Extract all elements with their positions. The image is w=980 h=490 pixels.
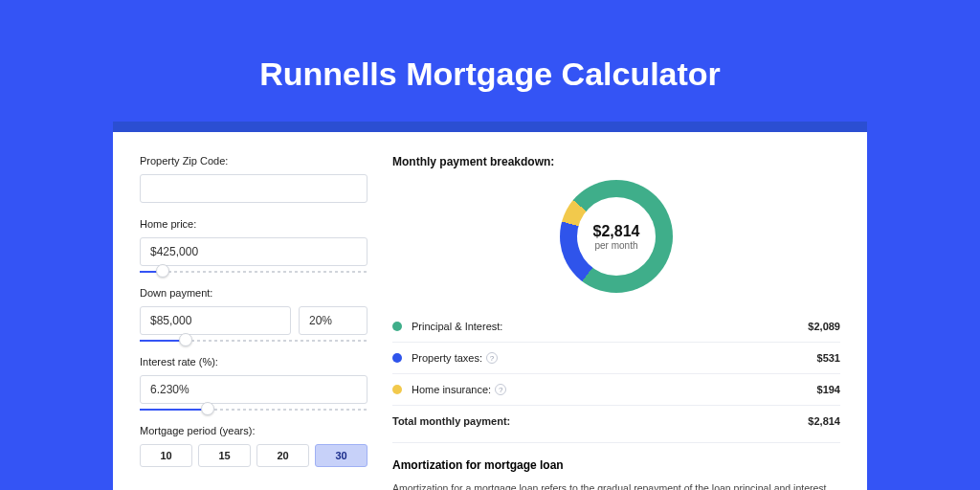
down-payment-slider[interactable] (140, 337, 368, 345)
legend-item: Property taxes: ?$531 (392, 343, 840, 374)
amortization-paragraph: Amortization for a mortgage loan refers … (392, 481, 840, 490)
inputs-panel: Property Zip Code: Home price: Down paym… (140, 155, 368, 490)
legend-dot-icon (392, 385, 402, 394)
home-price-group: Home price: (140, 218, 368, 276)
period-label: Mortgage period (years): (140, 425, 368, 436)
interest-rate-label: Interest rate (%): (140, 356, 368, 368)
zip-field-group: Property Zip Code: (140, 155, 368, 203)
legend-value: $531 (817, 352, 840, 364)
period-option-15[interactable]: 15 (198, 444, 251, 467)
legend-value: $2,089 (808, 321, 840, 332)
legend-item: Principal & Interest:$2,089 (392, 311, 840, 343)
hero-card: Property Zip Code: Home price: Down paym… (113, 122, 867, 490)
period-option-20[interactable]: 20 (256, 444, 309, 467)
zip-input[interactable] (140, 174, 368, 203)
down-payment-pct-input[interactable] (299, 306, 368, 335)
slider-thumb[interactable] (156, 264, 169, 278)
period-group: Mortgage period (years): 10152030 (140, 425, 368, 467)
donut-center-sub: per month (594, 240, 637, 251)
home-price-slider[interactable] (140, 268, 368, 276)
legend-value: $194 (817, 384, 840, 395)
legend-total-label: Total monthly payment: (392, 415, 808, 427)
legend-dot-icon (392, 353, 402, 363)
down-payment-amount-input[interactable] (140, 306, 291, 335)
info-icon[interactable]: ? (495, 384, 506, 395)
down-payment-label: Down payment: (140, 287, 368, 299)
slider-thumb[interactable] (179, 333, 192, 346)
legend-total-value: $2,814 (808, 415, 840, 427)
interest-rate-slider[interactable] (140, 406, 368, 413)
down-payment-group: Down payment: (140, 287, 368, 345)
home-price-label: Home price: (140, 218, 368, 230)
legend-label: Property taxes: ? (412, 352, 817, 364)
legend-dot-icon (392, 322, 402, 331)
interest-rate-input[interactable] (140, 375, 368, 404)
donut-center-value: $2,814 (593, 223, 640, 240)
breakdown-legend: Principal & Interest:$2,089Property taxe… (392, 310, 840, 436)
breakdown-heading: Monthly payment breakdown: (392, 155, 840, 168)
payment-donut-chart: $2,814 per month (560, 180, 673, 293)
donut-center: $2,814 per month (577, 197, 656, 276)
amortization-section: Amortization for mortgage loan Amortizat… (392, 442, 840, 490)
period-option-10[interactable]: 10 (140, 444, 192, 467)
period-option-30[interactable]: 30 (315, 444, 368, 467)
legend-label: Home insurance: ? (412, 384, 817, 395)
legend-total-row: Total monthly payment:$2,814 (392, 406, 840, 436)
home-price-input[interactable] (140, 237, 368, 266)
amortization-heading: Amortization for mortgage loan (392, 458, 840, 472)
slider-thumb[interactable] (201, 402, 214, 415)
zip-label: Property Zip Code: (140, 155, 368, 167)
calculator-card: Property Zip Code: Home price: Down paym… (113, 132, 867, 490)
page-title: Runnells Mortgage Calculator (0, 0, 980, 122)
breakdown-panel: Monthly payment breakdown: $2,814 per mo… (392, 155, 840, 490)
legend-label: Principal & Interest: (412, 321, 808, 332)
legend-item: Home insurance: ?$194 (392, 374, 840, 406)
info-icon[interactable]: ? (486, 352, 498, 364)
interest-rate-group: Interest rate (%): (140, 356, 368, 413)
